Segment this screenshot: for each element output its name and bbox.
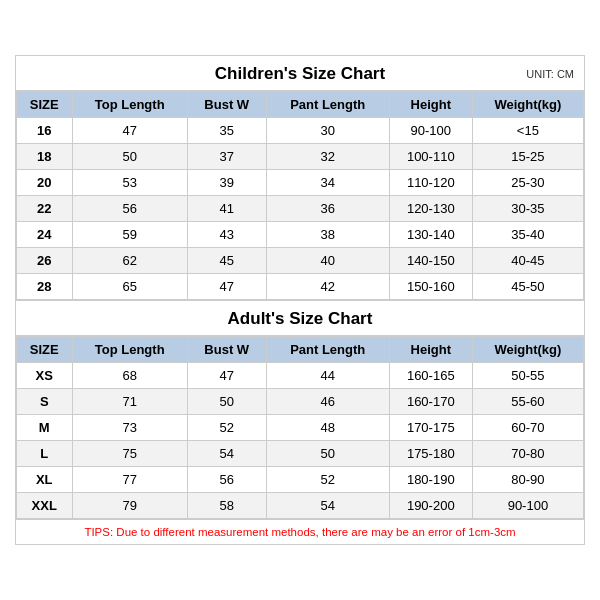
table-cell: 15-25 bbox=[472, 144, 583, 170]
table-cell: 50 bbox=[187, 389, 266, 415]
tips-row: TIPS: Due to different measurement metho… bbox=[16, 519, 584, 544]
table-cell: 16 bbox=[17, 118, 73, 144]
table-cell: 45-50 bbox=[472, 274, 583, 300]
table-row: 22564136120-13030-35 bbox=[17, 196, 584, 222]
table-cell: 47 bbox=[187, 274, 266, 300]
table-row: M735248170-17560-70 bbox=[17, 415, 584, 441]
table-cell: XS bbox=[17, 363, 73, 389]
table-row: 18503732100-11015-25 bbox=[17, 144, 584, 170]
table-cell: 160-165 bbox=[389, 363, 472, 389]
table-cell: 120-130 bbox=[389, 196, 472, 222]
col-height: Height bbox=[389, 92, 472, 118]
table-cell: 79 bbox=[72, 493, 187, 519]
table-cell: <15 bbox=[472, 118, 583, 144]
table-cell: 30-35 bbox=[472, 196, 583, 222]
table-cell: 65 bbox=[72, 274, 187, 300]
col-top-length: Top Length bbox=[72, 92, 187, 118]
table-cell: 100-110 bbox=[389, 144, 472, 170]
table-cell: 130-140 bbox=[389, 222, 472, 248]
col-pant-length: Pant Length bbox=[266, 92, 389, 118]
table-cell: 42 bbox=[266, 274, 389, 300]
table-cell: 43 bbox=[187, 222, 266, 248]
table-cell: 53 bbox=[72, 170, 187, 196]
table-cell: 39 bbox=[187, 170, 266, 196]
adult-title-row: Adult's Size Chart bbox=[16, 300, 584, 336]
table-cell: 45 bbox=[187, 248, 266, 274]
adult-chart-title: Adult's Size Chart bbox=[228, 309, 373, 329]
col-weight: Weight(kg) bbox=[472, 92, 583, 118]
table-row: 1647353090-100<15 bbox=[17, 118, 584, 144]
table-cell: 18 bbox=[17, 144, 73, 170]
adult-size-table: SIZE Top Length Bust W Pant Length Heigh… bbox=[16, 336, 584, 519]
table-cell: 38 bbox=[266, 222, 389, 248]
table-cell: 70-80 bbox=[472, 441, 583, 467]
table-cell: 58 bbox=[187, 493, 266, 519]
table-cell: 30 bbox=[266, 118, 389, 144]
table-cell: 50-55 bbox=[472, 363, 583, 389]
table-cell: 37 bbox=[187, 144, 266, 170]
table-cell: 59 bbox=[72, 222, 187, 248]
table-cell: 22 bbox=[17, 196, 73, 222]
table-cell: 62 bbox=[72, 248, 187, 274]
table-cell: 20 bbox=[17, 170, 73, 196]
table-cell: 56 bbox=[187, 467, 266, 493]
table-cell: 73 bbox=[72, 415, 187, 441]
table-cell: 68 bbox=[72, 363, 187, 389]
table-cell: XL bbox=[17, 467, 73, 493]
table-cell: 56 bbox=[72, 196, 187, 222]
table-cell: 170-175 bbox=[389, 415, 472, 441]
adult-col-height: Height bbox=[389, 337, 472, 363]
adult-col-top-length: Top Length bbox=[72, 337, 187, 363]
table-cell: 80-90 bbox=[472, 467, 583, 493]
unit-label: UNIT: CM bbox=[526, 68, 574, 80]
children-table-body: 1647353090-100<1518503732100-11015-25205… bbox=[17, 118, 584, 300]
table-cell: 41 bbox=[187, 196, 266, 222]
table-row: 26624540140-15040-45 bbox=[17, 248, 584, 274]
table-row: XXL795854190-20090-100 bbox=[17, 493, 584, 519]
table-cell: 180-190 bbox=[389, 467, 472, 493]
table-cell: 71 bbox=[72, 389, 187, 415]
table-cell: 54 bbox=[187, 441, 266, 467]
table-cell: 40-45 bbox=[472, 248, 583, 274]
table-cell: 110-120 bbox=[389, 170, 472, 196]
table-cell: S bbox=[17, 389, 73, 415]
table-cell: 90-100 bbox=[472, 493, 583, 519]
table-row: 20533934110-12025-30 bbox=[17, 170, 584, 196]
table-cell: 47 bbox=[72, 118, 187, 144]
col-size: SIZE bbox=[17, 92, 73, 118]
table-cell: 48 bbox=[266, 415, 389, 441]
adult-header-row: SIZE Top Length Bust W Pant Length Heigh… bbox=[17, 337, 584, 363]
table-cell: 40 bbox=[266, 248, 389, 274]
children-title-row: Children's Size Chart UNIT: CM bbox=[16, 56, 584, 91]
adult-col-pant-length: Pant Length bbox=[266, 337, 389, 363]
table-cell: XXL bbox=[17, 493, 73, 519]
table-cell: 90-100 bbox=[389, 118, 472, 144]
adult-col-bust-w: Bust W bbox=[187, 337, 266, 363]
table-cell: 28 bbox=[17, 274, 73, 300]
table-cell: 52 bbox=[266, 467, 389, 493]
table-cell: 60-70 bbox=[472, 415, 583, 441]
table-cell: M bbox=[17, 415, 73, 441]
table-cell: 75 bbox=[72, 441, 187, 467]
table-cell: 26 bbox=[17, 248, 73, 274]
table-row: 24594338130-14035-40 bbox=[17, 222, 584, 248]
table-cell: 46 bbox=[266, 389, 389, 415]
table-cell: 34 bbox=[266, 170, 389, 196]
table-cell: 160-170 bbox=[389, 389, 472, 415]
children-size-table: SIZE Top Length Bust W Pant Length Heigh… bbox=[16, 91, 584, 300]
table-cell: 50 bbox=[266, 441, 389, 467]
table-cell: 24 bbox=[17, 222, 73, 248]
table-row: XL775652180-19080-90 bbox=[17, 467, 584, 493]
table-cell: 54 bbox=[266, 493, 389, 519]
table-cell: 77 bbox=[72, 467, 187, 493]
size-chart-container: Children's Size Chart UNIT: CM SIZE Top … bbox=[15, 55, 585, 545]
table-cell: 32 bbox=[266, 144, 389, 170]
table-cell: 50 bbox=[72, 144, 187, 170]
table-cell: 36 bbox=[266, 196, 389, 222]
table-cell: 44 bbox=[266, 363, 389, 389]
adult-table-body: XS684744160-16550-55S715046160-17055-60M… bbox=[17, 363, 584, 519]
table-cell: 55-60 bbox=[472, 389, 583, 415]
table-cell: 190-200 bbox=[389, 493, 472, 519]
table-cell: 35-40 bbox=[472, 222, 583, 248]
table-cell: L bbox=[17, 441, 73, 467]
